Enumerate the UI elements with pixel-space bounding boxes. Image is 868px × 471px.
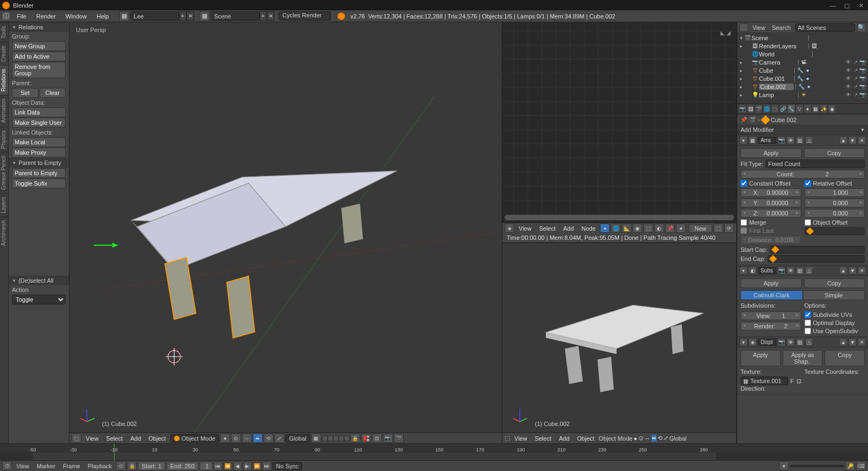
tool-tab-layers[interactable]: Layers [0, 193, 8, 217]
manipulator-icon[interactable]: ↔ [242, 434, 252, 443]
play-reverse-icon[interactable]: ◀ [233, 462, 242, 470]
editor-type-timeline-icon[interactable]: ⏱ [2, 461, 12, 470]
node-node-menu[interactable]: Node [578, 225, 599, 232]
prop-tab-world-icon[interactable]: 🌐 [763, 104, 771, 113]
const-y-field[interactable]: Y:0.00000 [741, 199, 801, 207]
uv-image-editor[interactable]: ◣ ◢ [502, 22, 736, 222]
parent-to-empty-button[interactable]: Parent to Empty [12, 168, 66, 178]
scene-add-button[interactable]: + [259, 11, 267, 21]
tl-marker-menu[interactable]: Marker [34, 463, 59, 469]
prop-tab-physics-icon[interactable]: ◉ [828, 104, 836, 113]
rv-add-menu[interactable]: Add [556, 435, 573, 442]
prop-tab-particles-icon[interactable]: ✨ [820, 104, 828, 113]
cage-toggle-icon[interactable]: △ [805, 338, 813, 346]
lock-camera-icon[interactable]: 🔒 [350, 434, 360, 443]
object-menu[interactable]: Object [145, 435, 169, 442]
toggle-sufix-button[interactable]: Toggle Sufix [12, 179, 66, 188]
texture-fake-user-icon[interactable]: F [790, 378, 794, 384]
tl-view-menu[interactable]: View [13, 463, 33, 469]
tool-tab-grease-pencil[interactable]: Grease Pencil [0, 152, 8, 193]
rv-shading-icon[interactable]: ● [634, 435, 637, 442]
outliner-item-lamp[interactable]: ▸💡Lamp|☀👁↗📷 [738, 91, 867, 99]
layer-buttons[interactable] [322, 436, 349, 441]
cage-toggle-icon[interactable]: △ [805, 266, 813, 275]
prop-tab-material-icon[interactable]: ● [803, 104, 812, 113]
shader-type-world-icon[interactable]: 🌐 [611, 224, 621, 233]
new-material-button[interactable]: New [688, 224, 712, 233]
rv-select-menu[interactable]: Select [532, 435, 555, 442]
snap-element-icon[interactable]: ⊡ [372, 434, 382, 443]
delete-modifier-icon[interactable]: ✕ [858, 338, 866, 346]
tl-frame-menu[interactable]: Frame [60, 463, 84, 469]
prop-tab-object-icon[interactable]: ⬚ [771, 104, 779, 113]
rv-mode-dropdown[interactable]: Object Mode [599, 435, 633, 442]
prop-tab-texture-icon[interactable]: ▦ [812, 104, 820, 113]
link-data-button[interactable]: Link Data [12, 107, 66, 117]
modifier-name-field[interactable]: Subs [758, 267, 776, 274]
rel-x-field[interactable]: 1.000 [805, 188, 865, 197]
tl-playback-menu[interactable]: Playback [85, 463, 116, 469]
rv-object-menu[interactable]: Object [574, 435, 598, 442]
view-subdiv-field[interactable]: View:1 [741, 311, 801, 320]
render-toggle-icon[interactable]: 📷 [777, 266, 786, 275]
outliner-item-cube-001[interactable]: ▸▽Cube.001|🔧●👁↗📷 [738, 74, 867, 82]
constant-offset-checkbox[interactable] [741, 180, 747, 187]
prop-tab-data-icon[interactable]: ▽ [795, 104, 803, 113]
sync-mode-dropdown[interactable]: No Sync [272, 462, 303, 470]
outliner-item-camera[interactable]: ▸📷Camera|📽👁↗📷 [738, 58, 867, 66]
editmode-toggle-icon[interactable]: ▥ [796, 136, 804, 144]
tool-tab-physics[interactable]: Physics [0, 126, 8, 152]
tool-tab-tools[interactable]: Tools [0, 22, 8, 42]
rv-rotate-icon[interactable]: ⟲ [658, 435, 662, 442]
scale-manipulator-icon[interactable]: ⤢ [275, 434, 284, 443]
shader-type-line-icon[interactable]: 📐 [622, 224, 631, 233]
menu-render[interactable]: Render [31, 13, 61, 20]
prop-tab-scene-icon[interactable]: 🎬 [755, 104, 763, 113]
keyframe-prev-icon[interactable]: ⏪ [224, 462, 232, 470]
render-border-icon[interactable]: 📷 [383, 434, 393, 443]
add-menu[interactable]: Add [127, 435, 144, 442]
copy-button[interactable]: Copy [825, 350, 865, 366]
collapse-icon[interactable]: ▾ [739, 136, 748, 144]
rendered-view[interactable]: (1) Cube.002 ⬚ View Select Add Object Ob… [502, 243, 736, 443]
breadcrumb-object[interactable]: Cube.002 [771, 117, 797, 123]
modifier-name-field[interactable]: Arra [758, 137, 776, 144]
rv-translate-icon[interactable]: ⬌ [652, 435, 656, 442]
move-down-icon[interactable]: ▼ [848, 136, 857, 144]
parent-clear-button[interactable]: Clear [40, 88, 66, 98]
move-down-icon[interactable]: ▼ [848, 338, 857, 346]
realtime-toggle-icon[interactable]: 👁 [787, 136, 795, 144]
screen-add-button[interactable]: + [179, 11, 187, 21]
move-up-icon[interactable]: ▲ [839, 136, 847, 144]
editor-type-3dview-icon[interactable]: ⬚ [72, 434, 81, 443]
apply-button[interactable]: Apply [741, 148, 802, 158]
collapse-icon[interactable]: ▾ [739, 338, 748, 346]
add-to-active-button[interactable]: Add to Active [12, 52, 66, 61]
node-tree-type-icon[interactable]: ◉ [633, 224, 642, 233]
prop-tab-render-icon[interactable]: 📷 [738, 104, 746, 113]
action-dropdown[interactable]: Toggle [12, 295, 66, 304]
minimize-button[interactable]: — [828, 1, 838, 10]
end-cap-field[interactable] [768, 255, 865, 263]
prop-tab-renderlayers-icon[interactable]: 🖼 [746, 104, 755, 113]
material-slot-icon[interactable]: ◐ [654, 224, 664, 233]
end-frame-field[interactable]: End:250 [167, 462, 199, 470]
render-toggle-icon[interactable]: 📷 [777, 136, 786, 144]
remove-from-group-button[interactable]: Remove from Group [12, 62, 66, 78]
play-icon[interactable]: ▶ [243, 462, 252, 470]
snap-icon[interactable]: 🧲 [361, 434, 371, 443]
object-offset-field[interactable] [805, 227, 865, 235]
deselect-all-header[interactable]: (De)select All [9, 276, 69, 285]
delete-modifier-icon[interactable]: ✕ [858, 266, 866, 275]
relations-header[interactable]: Relations [9, 22, 69, 32]
collapse-icon[interactable]: ▾ [739, 266, 748, 275]
use-preview-range-icon[interactable]: ⏲ [116, 461, 126, 470]
count-field[interactable]: Count:2 [741, 170, 865, 179]
node-add-menu[interactable]: Add [560, 225, 577, 232]
outliner-editor-icon[interactable] [739, 23, 748, 32]
menu-window[interactable]: Window [61, 13, 92, 20]
tool-tab-create[interactable]: Create [0, 42, 8, 65]
shading-solid-icon[interactable]: ● [220, 434, 230, 443]
render-subdiv-field[interactable]: Render:2 [741, 322, 801, 330]
layers-icon[interactable]: ▦ [311, 434, 321, 443]
